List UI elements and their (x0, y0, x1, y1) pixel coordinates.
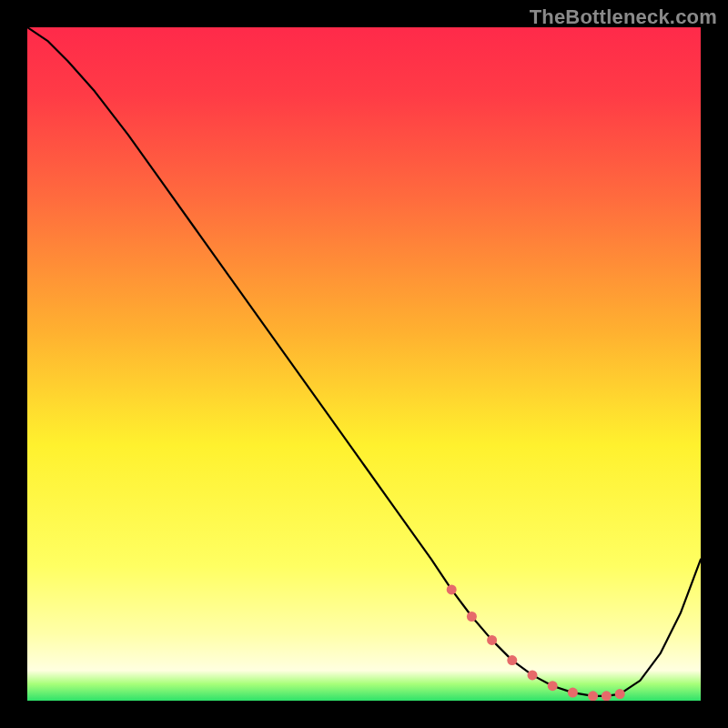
gradient-background (27, 27, 701, 701)
attribution-label: TheBottleneck.com (530, 5, 717, 29)
optimal-marker (528, 670, 538, 680)
optimal-marker (588, 691, 598, 701)
optimal-marker (487, 635, 497, 645)
optimal-marker (568, 688, 578, 698)
optimal-marker (615, 689, 625, 699)
optimal-marker (467, 612, 477, 622)
optimal-marker (447, 584, 457, 594)
optimal-marker (548, 681, 558, 691)
optimal-marker (507, 655, 517, 665)
optimal-marker (602, 691, 612, 701)
bottleneck-chart (27, 27, 701, 701)
